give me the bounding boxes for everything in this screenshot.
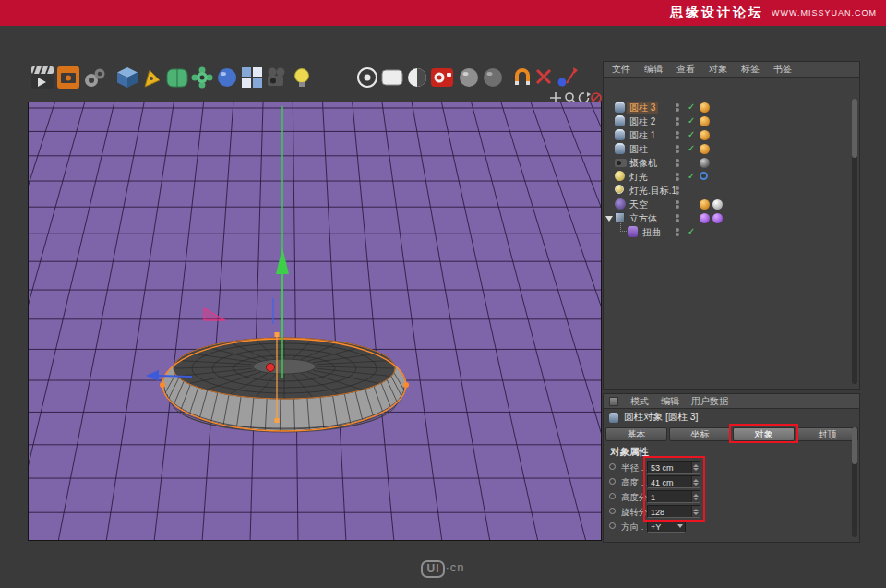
object-manager-scrollbar[interactable] — [852, 99, 857, 384]
material-tag-icon[interactable] — [712, 213, 723, 223]
object-label[interactable]: 扭曲 — [642, 226, 661, 239]
mograph-icon[interactable] — [242, 67, 262, 88]
menu-file[interactable]: 文件 — [612, 63, 630, 76]
tab-caps[interactable]: 封顶 — [796, 427, 858, 441]
visibility-dots[interactable] — [676, 144, 679, 154]
mode-menu-edit[interactable]: 编辑 — [661, 395, 679, 408]
keyframe-dot[interactable] — [609, 522, 616, 529]
spinner-arrows[interactable] — [691, 476, 700, 487]
generator-icon[interactable] — [192, 67, 213, 89]
object-row-cube[interactable]: 立方体 — [604, 211, 850, 225]
object-row-cylinder2[interactable]: 圆柱 2 ✓ — [604, 114, 850, 128]
object-row-light[interactable]: 灯光 ✓ — [604, 170, 850, 184]
enable-check[interactable]: ✓ — [688, 115, 695, 126]
object-label[interactable]: 圆柱 2 — [629, 115, 655, 128]
mode-menu-userdata[interactable]: 用户数据 — [691, 395, 728, 408]
render-view-icon[interactable] — [358, 68, 377, 87]
enable-check[interactable]: ✓ — [688, 102, 695, 112]
simulation-icon[interactable] — [218, 68, 236, 87]
shading-sphere-b-icon[interactable] — [484, 68, 502, 87]
rotation-segments-input[interactable]: 128 — [647, 505, 700, 518]
object-row-cylinder[interactable]: 圆柱 ✓ — [604, 142, 850, 156]
object-row-camera[interactable]: 摄像机 — [604, 156, 850, 170]
orientation-dropdown[interactable]: +Y — [647, 520, 686, 533]
height-segments-input[interactable]: 1 — [647, 490, 700, 503]
tab-object[interactable]: 对象 — [733, 427, 795, 441]
shading-sphere-a-icon[interactable] — [460, 68, 478, 87]
visibility-dots[interactable] — [676, 116, 679, 126]
render-team-icon[interactable] — [85, 69, 105, 88]
enable-check[interactable]: ✓ — [688, 171, 695, 181]
object-row-sky[interactable]: 天空 — [604, 198, 850, 211]
object-label[interactable]: 圆柱 3 — [627, 102, 658, 114]
object-label[interactable]: 摄像机 — [629, 157, 657, 170]
visibility-dots[interactable] — [676, 172, 679, 182]
snap-icon[interactable] — [515, 70, 530, 85]
spinner-arrows[interactable] — [691, 462, 700, 473]
menu-tags[interactable]: 标签 — [741, 63, 760, 76]
keyframe-dot[interactable] — [609, 493, 616, 499]
render-to-picture-viewer-icon[interactable] — [431, 68, 453, 87]
object-label[interactable]: 圆柱 — [629, 143, 648, 156]
visibility-dots[interactable] — [676, 199, 679, 210]
enable-check[interactable]: ✓ — [688, 143, 695, 153]
material-tag-icon[interactable] — [700, 213, 710, 223]
top-banner: 思缘设计论坛 WWW.MISSYUAN.COM — [0, 0, 886, 26]
tab-basic[interactable]: 基本 — [605, 427, 667, 441]
object-label[interactable]: 天空 — [629, 198, 648, 211]
menu-view[interactable]: 查看 — [676, 63, 695, 76]
enable-check[interactable]: ✓ — [688, 129, 695, 139]
keyframe-dot[interactable] — [609, 478, 616, 485]
camera-icon[interactable] — [268, 68, 285, 87]
render-region-icon[interactable] — [382, 70, 402, 85]
axis-lock-icon[interactable] — [537, 70, 550, 83]
render-half-icon[interactable] — [408, 68, 426, 87]
material-tag-icon[interactable] — [700, 116, 710, 126]
subdivision-surface-icon[interactable] — [167, 69, 187, 87]
material-tag-icon[interactable] — [700, 130, 710, 140]
pen-spline-icon[interactable] — [145, 70, 160, 87]
object-label[interactable]: 灯光.目标.1 — [629, 185, 676, 198]
attribute-manager-scrollbar[interactable] — [852, 427, 857, 537]
material-tag-icon[interactable] — [700, 144, 710, 154]
panel-icon[interactable] — [609, 397, 618, 406]
enable-check[interactable]: ✓ — [688, 226, 695, 236]
menu-edit[interactable]: 编辑 — [644, 63, 663, 76]
object-row-cylinder3[interactable]: 圆柱 3 ✓ — [604, 101, 850, 114]
height-input[interactable]: 41 cm — [647, 475, 700, 488]
visibility-dots[interactable] — [676, 158, 679, 168]
primitive-cube-icon[interactable] — [117, 67, 138, 88]
mode-menu-mode[interactable]: 模式 — [630, 395, 649, 408]
menu-object[interactable]: 对象 — [709, 63, 727, 76]
coordinate-system-icon[interactable] — [558, 67, 579, 87]
light-icon[interactable] — [295, 69, 309, 88]
keyframe-dot[interactable] — [609, 508, 616, 514]
visibility-dots[interactable] — [676, 130, 679, 140]
visibility-dots[interactable] — [676, 186, 679, 196]
menu-bookmarks[interactable]: 书签 — [773, 63, 792, 76]
render-settings-icon[interactable] — [57, 66, 79, 89]
display-tag-icon[interactable] — [700, 158, 710, 168]
spinner-arrows[interactable] — [691, 491, 700, 502]
object-row-bend[interactable]: 扭曲 ✓ — [604, 225, 850, 239]
object-row-light-target[interactable]: 灯光.目标.1 — [604, 184, 850, 198]
visibility-dots[interactable] — [676, 102, 679, 113]
target-tag-icon[interactable] — [700, 172, 708, 180]
expand-arrow-icon[interactable] — [605, 216, 613, 222]
material-tag-icon[interactable] — [700, 199, 710, 210]
material-tag-icon[interactable] — [712, 199, 723, 210]
object-label[interactable]: 立方体 — [629, 212, 657, 225]
radius-input[interactable]: 53 cm — [647, 461, 700, 474]
object-row-cylinder1[interactable]: 圆柱 1 ✓ — [604, 128, 850, 142]
material-tag-icon[interactable] — [700, 102, 710, 113]
spinner-arrows[interactable] — [691, 506, 700, 517]
clapper-icon[interactable] — [31, 66, 54, 89]
visibility-dots[interactable] — [676, 213, 679, 223]
visibility-dots[interactable] — [676, 227, 679, 237]
object-label[interactable]: 灯光 — [629, 171, 648, 184]
keyframe-dot[interactable] — [609, 463, 616, 470]
object-label[interactable]: 圆柱 1 — [629, 129, 655, 142]
viewport-canvas[interactable] — [29, 102, 601, 540]
viewport[interactable] — [28, 102, 602, 541]
tab-coord[interactable]: 坐标 — [669, 427, 731, 441]
